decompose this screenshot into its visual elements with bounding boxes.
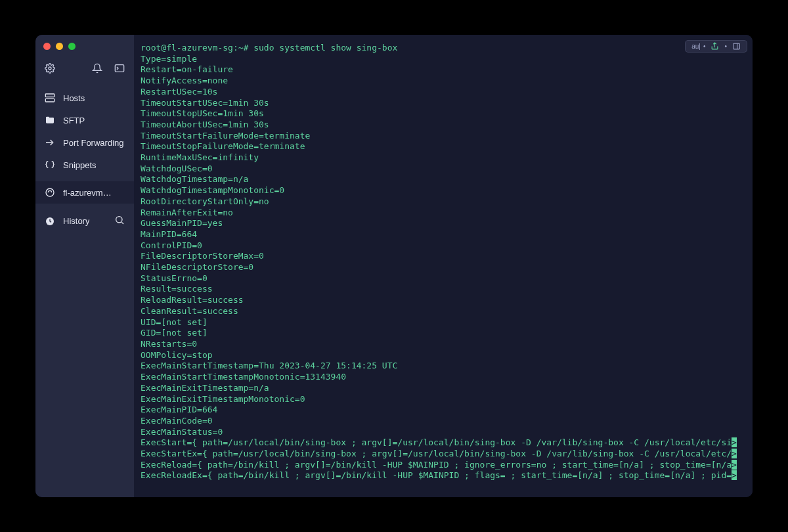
sidebar-item-label: Snippets bbox=[63, 160, 97, 170]
close-window-button[interactable] bbox=[43, 43, 51, 50]
sidebar-item-label: History bbox=[63, 216, 89, 226]
svg-point-8 bbox=[116, 217, 122, 223]
split-icon[interactable] bbox=[730, 42, 743, 51]
sidebar: Hosts SFTP Port Forwarding Snippets fl-a… bbox=[35, 35, 134, 497]
app-window: Hosts SFTP Port Forwarding Snippets fl-a… bbox=[35, 35, 753, 497]
svg-rect-2 bbox=[45, 94, 54, 97]
svg-point-0 bbox=[49, 67, 51, 70]
terminal-icon[interactable] bbox=[114, 63, 125, 76]
sidebar-item-sftp[interactable]: SFTP bbox=[35, 109, 134, 131]
sidebar-item-label: Port Forwarding bbox=[63, 138, 123, 148]
sidebar-item-label: Hosts bbox=[63, 93, 85, 103]
sidebar-item-session[interactable]: fl-azurevm… bbox=[35, 181, 134, 204]
bell-icon[interactable] bbox=[92, 63, 102, 76]
maximize-window-button[interactable] bbox=[68, 43, 76, 50]
toolbar-topright: au|• • bbox=[685, 40, 747, 53]
sidebar-item-label: SFTP bbox=[63, 116, 85, 125]
sidebar-item-port-forwarding[interactable]: Port Forwarding bbox=[35, 131, 134, 154]
svg-line-9 bbox=[121, 222, 123, 224]
share-icon[interactable] bbox=[709, 42, 721, 51]
sidebar-item-label: fl-azurevm… bbox=[63, 188, 112, 198]
minimize-window-button[interactable] bbox=[56, 43, 63, 50]
sidebar-item-history[interactable]: History bbox=[35, 209, 134, 233]
svg-rect-1 bbox=[115, 65, 123, 72]
search-icon[interactable] bbox=[114, 215, 125, 227]
window-controls bbox=[35, 39, 134, 59]
autocomplete-indicator[interactable]: au|• bbox=[690, 43, 707, 50]
svg-point-6 bbox=[46, 188, 54, 196]
svg-rect-11 bbox=[733, 43, 740, 49]
svg-rect-3 bbox=[45, 99, 54, 102]
terminal-pane[interactable]: root@fl-azurevm-sg:~# sudo systemctl sho… bbox=[134, 35, 753, 497]
sidebar-toolbar bbox=[35, 59, 134, 87]
settings-icon[interactable] bbox=[45, 63, 55, 76]
sidebar-item-snippets[interactable]: Snippets bbox=[35, 154, 134, 176]
autocomplete-label: au| bbox=[691, 43, 701, 50]
sidebar-item-hosts[interactable]: Hosts bbox=[35, 87, 134, 109]
